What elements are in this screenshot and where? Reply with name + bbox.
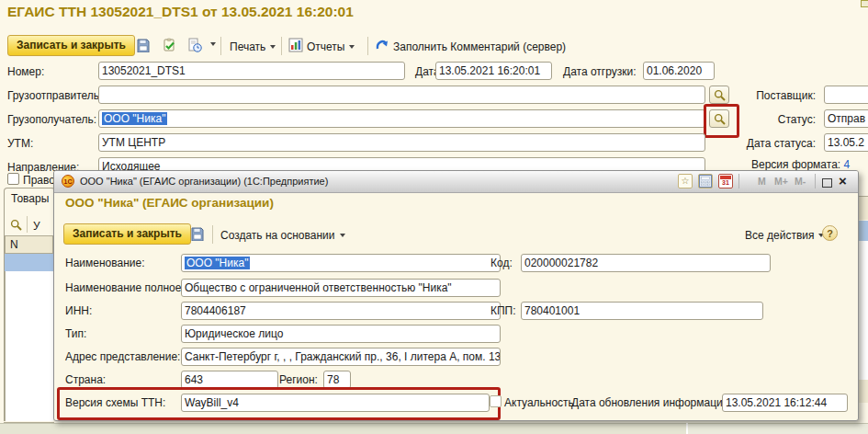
search-icon[interactable] [10,219,22,231]
reports-menu-button[interactable]: Отчеты [307,40,355,54]
name-label: Наименование: [65,257,145,269]
dialog-title: ООО "Ника" (ЕГАИС организации) (1С:Предп… [80,176,328,187]
utm-field[interactable]: УТМ ЦЕНТР [98,133,705,152]
format-version-label: Версия формата: 4 [751,158,850,171]
titlebar-separator [738,174,739,188]
selected-text: ООО "Ника" [102,112,167,125]
shipper-label: Грузоотправитель: [7,89,102,102]
scale-m-plus-button[interactable]: М+ [774,176,788,187]
format-version-value[interactable]: 4 [843,158,850,171]
dialog-save-and-close-button[interactable]: Записать и закрыть [63,223,191,245]
status-date-label: Дата статуса: [732,137,816,150]
utm-label: УТМ: [7,137,33,150]
supplier-field[interactable] [824,86,868,104]
status-strip-right [688,424,868,434]
inn-label: ИНН: [65,304,92,317]
print-menu-button[interactable]: Печать [230,40,276,54]
chevron-down-icon [270,45,276,49]
chevron-down-icon [340,234,345,237]
dialog-titlebar[interactable]: 1С ООО "Ника" (ЕГАИС организации) (1С:Пр… [54,171,858,193]
chevron-down-icon[interactable] [206,38,216,51]
address-field[interactable]: Санкт-Петербург г, , , Гражданский пр., … [181,348,501,366]
toolbar-separator [27,216,28,233]
onec-logo-icon: 1С [62,175,74,188]
window-corner-mark [861,0,868,7]
document-clock-icon[interactable] [187,38,202,52]
consignee-label: Грузополучатель: [7,113,96,126]
all-actions-button[interactable]: Все действия [745,228,824,243]
favorites-star-icon[interactable]: ☆ [678,174,693,188]
scale-m-button[interactable]: М [758,176,766,187]
country-label: Страна: [65,373,106,386]
shipper-field[interactable] [98,86,705,104]
magnifier-icon [714,113,726,125]
code-field[interactable]: 020000021782 [521,254,771,272]
screen: ЕГАИС ТТН 13052021_DTS1 от 13.05.2021 16… [0,0,868,434]
name-field[interactable]: ООО "Ника" [181,254,501,272]
selected-table-row[interactable] [5,254,53,271]
date-field[interactable]: 13.05.2021 16:20:01 [435,62,552,80]
ship-date-field[interactable]: 01.06.2020 [643,62,715,80]
tab-goods[interactable]: Товары [4,188,55,209]
bar-chart-icon [288,38,303,52]
save-icon[interactable] [136,38,151,52]
actuality-checkbox[interactable] [490,395,502,407]
maximize-button[interactable] [822,178,832,188]
status-date-field[interactable]: 13.05.2 [824,133,868,152]
consignee-select-button[interactable] [709,109,729,128]
country-field[interactable]: 643 [181,371,278,389]
rights-checkbox[interactable] [7,173,19,185]
magnifier-icon [714,89,726,101]
address-label: Адрес представление: [65,350,180,363]
toolbar-separator [367,37,368,55]
kpp-field[interactable]: 780401001 [521,302,763,320]
ttn-schema-label: Версия схемы ТТН: [65,396,165,409]
calculator-icon[interactable] [698,174,713,188]
full-name-field[interactable]: Общество с ограниченной ответственностью… [181,279,501,297]
page-title: ЕГАИС ТТН 13052021_DTS1 от 13.05.2021 16… [7,4,354,20]
selected-text: ООО "Ника" [185,257,250,269]
region-label: Регион: [279,373,318,386]
region-field[interactable]: 78 [323,371,351,389]
column-header-n[interactable]: N [5,235,53,254]
kpp-label: КПП: [490,304,516,317]
chevron-down-icon [349,45,355,49]
save-icon[interactable] [190,226,205,241]
close-icon[interactable]: × [839,173,847,188]
shipper-select-button[interactable] [709,86,729,104]
full-name-label: Наименование полное: [65,281,185,294]
goods-toolbar-button[interactable]: У [33,220,40,233]
create-based-on-button[interactable]: Создать на основании [220,228,345,243]
help-icon[interactable]: ? [822,225,838,241]
type-field[interactable]: Юридическое лицо [181,325,501,343]
save-and-close-button[interactable]: Записать и закрыть [7,35,135,56]
code-label: Код: [490,257,513,269]
toolbar-separator [220,37,221,55]
ttn-schema-field[interactable]: WayBill_v4 [181,394,490,412]
inn-field[interactable]: 7804406187 [181,302,501,320]
number-label: Номер: [7,65,44,78]
status-field[interactable]: Отправ [824,109,868,128]
updated-label: Дата обновления информации: [571,396,732,409]
dialog-header-title: ООО "Ника" (ЕГАИС организации) [65,196,274,210]
consignee-field[interactable]: ООО "Ника" [98,109,705,128]
refresh-arrow-icon [375,38,389,52]
scale-m-minus-button[interactable]: М- [795,176,806,187]
actuality-label: Актуальность [504,396,574,409]
toolbar-separator [281,37,282,55]
number-field[interactable]: 13052021_DTS1 [98,62,405,80]
fill-comment-button[interactable]: Заполнить Комментарий (сервер) [393,40,566,54]
toolbar-separator [212,225,213,244]
type-label: Тип: [65,327,86,340]
post-document-icon[interactable] [162,38,176,52]
calendar-icon[interactable]: 31 [718,174,733,188]
supplier-label: Поставщик: [732,89,816,102]
org-card-dialog: 1С ООО "Ника" (ЕГАИС организации) (1С:Пр… [53,170,859,421]
updated-field[interactable]: 13.05.2021 16:12:44 [722,394,848,412]
status-label: Статус: [732,113,816,126]
ship-date-label: Дата отгрузки: [563,65,637,78]
goods-table-body [5,254,53,421]
rights-checkbox-label: Право [23,174,55,187]
titlebar-separator [815,174,816,188]
